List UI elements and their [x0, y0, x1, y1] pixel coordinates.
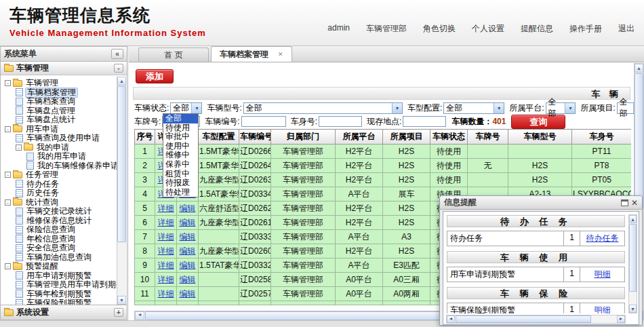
edit-link[interactable]: 编辑 — [180, 218, 196, 227]
tree-expander-icon[interactable]: - — [5, 263, 11, 269]
sidebar-item[interactable]: 用车申请到期预警 — [1, 271, 117, 281]
top-nav-link[interactable]: 操作手册 — [569, 23, 602, 35]
tree-expander-icon[interactable]: - — [5, 199, 11, 206]
tree-expander-icon[interactable]: - — [16, 145, 22, 151]
top-nav-link[interactable]: admin — [327, 23, 350, 35]
popup-title-bar[interactable]: 信息提醒 ✕ — [440, 196, 642, 210]
popup-row-link[interactable]: 明细 — [595, 305, 611, 313]
scroll-up-icon[interactable]: ▲ — [629, 215, 637, 223]
edit-link[interactable]: 编辑 — [180, 275, 196, 284]
tree-expander-icon[interactable]: - — [5, 80, 11, 86]
scrollbar-thumb[interactable] — [629, 224, 637, 292]
cell-row-number: 4 — [135, 187, 155, 201]
top-nav-link[interactable]: 角色切换 — [423, 23, 456, 35]
filter-select-vehicle-model[interactable]: 全部▼ — [243, 102, 403, 114]
detail-link[interactable]: 详细 — [158, 261, 174, 270]
edit-link[interactable]: 编辑 — [180, 232, 196, 242]
filter-select-vehicle-status[interactable]: 全部▼ — [170, 102, 202, 114]
sidebar-item[interactable]: 我的用车申请 — [1, 152, 117, 161]
sidebar-item[interactable]: 车辆年检到期预警 — [1, 290, 117, 299]
detail-link[interactable]: 详细 — [158, 232, 174, 242]
status-option[interactable]: 维修中 — [163, 151, 198, 160]
sidebar-panel-system-settings[interactable]: 系统设置 + — [1, 305, 127, 320]
panel-collapse-button[interactable]: - — [114, 64, 123, 73]
sidebar-item[interactable]: 车辆加油信息查询 — [1, 253, 117, 263]
sidebar-item[interactable]: -预警提醒 — [1, 262, 117, 271]
filter-input-body-no[interactable] — [319, 116, 362, 127]
sidebar-item[interactable]: 车辆盘点统计 — [1, 115, 117, 125]
tab-home[interactable]: 首 页 — [138, 47, 209, 62]
tree-expander-icon[interactable]: - — [5, 126, 11, 132]
sidebar-item[interactable]: 车辆查询及使用申请 — [1, 134, 117, 143]
sidebar-item[interactable]: 车辆盘点管理 — [1, 107, 117, 116]
status-option[interactable]: 待报废 — [163, 178, 198, 188]
scrollbar-thumb[interactable] — [635, 73, 643, 209]
detail-link[interactable]: 详细 — [158, 289, 174, 299]
detail-link[interactable]: 详细 — [158, 246, 174, 256]
edit-link[interactable]: 编辑 — [180, 204, 196, 213]
sidebar-item[interactable]: 年检信息查询 — [1, 235, 117, 244]
detail-link[interactable]: 详细 — [158, 204, 174, 213]
panel-expand-button[interactable]: + — [114, 308, 123, 317]
document-icon — [16, 271, 23, 280]
sidebar-item[interactable]: 保险信息查询 — [1, 225, 117, 235]
popup-row-link[interactable]: 明细 — [595, 269, 611, 279]
scroll-right-icon[interactable]: ► — [617, 315, 625, 323]
sidebar-collapse-button[interactable]: « — [111, 49, 123, 59]
edit-link[interactable]: 编辑 — [180, 246, 196, 256]
sidebar-item[interactable]: 车辆档案管理 — [1, 88, 117, 98]
status-option[interactable]: 使用中 — [163, 142, 198, 151]
scroll-left-icon[interactable]: ◄ — [447, 315, 455, 323]
popup-horizontal-scrollbar[interactable]: ◄ ► — [446, 315, 626, 324]
sidebar-item[interactable]: -车辆管理 — [1, 79, 117, 88]
status-option[interactable]: 审批中 — [163, 132, 198, 142]
popup-row-link[interactable]: 待办任务 — [586, 233, 619, 243]
sidebar-item[interactable]: 安全信息查询 — [1, 244, 117, 253]
status-option[interactable]: 全部 — [163, 114, 198, 123]
popup-vertical-scrollbar[interactable]: ▲ ▼ — [628, 214, 637, 313]
sidebar-item[interactable]: -任务管理 — [1, 170, 117, 180]
status-option[interactable]: 待使用 — [163, 123, 198, 133]
top-nav-link[interactable]: 个人设置 — [472, 23, 504, 35]
scroll-down-icon[interactable]: ▼ — [117, 296, 126, 305]
scroll-up-icon[interactable]: ▲ — [117, 77, 126, 85]
filter-select-model-config[interactable]: 全部▼ — [443, 102, 504, 114]
sidebar-item[interactable]: -统计查询 — [1, 198, 117, 208]
tab-vehicle-archive[interactable]: 车辆档案管理✕ — [211, 46, 292, 62]
edit-link[interactable]: 编辑 — [180, 261, 196, 270]
tab-close-icon[interactable]: ✕ — [278, 52, 283, 58]
sidebar-item[interactable]: 历史任务 — [1, 189, 117, 198]
scrollbar-thumb[interactable] — [117, 86, 126, 242]
sidebar-scrollbar[interactable]: ▲ ▼ — [117, 77, 126, 305]
detail-link[interactable]: 详细 — [158, 218, 174, 227]
sidebar-item[interactable]: 车辆管理员用车申请到期提醒 — [1, 280, 117, 290]
sidebar-item[interactable]: 维修保养信息统计 — [1, 216, 117, 226]
status-option[interactable]: 待处理 — [163, 188, 198, 197]
scrollbar-thumb[interactable] — [456, 315, 591, 323]
top-nav-link[interactable]: 车辆管理部 — [366, 23, 407, 35]
filter-select-platform[interactable]: 全部▼ — [546, 102, 576, 114]
sidebar-item[interactable]: -我的申请 — [1, 143, 117, 153]
popup-close-icon[interactable]: ✕ — [631, 199, 638, 206]
tree-expander-icon[interactable]: - — [5, 172, 11, 178]
status-option[interactable]: 保养中 — [163, 160, 198, 170]
sidebar-panel-vehicle-mgmt[interactable]: 车辆管理 - — [1, 62, 127, 75]
sidebar-item[interactable]: -用车申请 — [1, 125, 117, 134]
filter-input-current-location[interactable] — [403, 116, 446, 127]
edit-link[interactable]: 编辑 — [180, 289, 196, 299]
sidebar-item[interactable]: 我的车辆维修保养申请 — [1, 161, 117, 171]
scroll-down-icon[interactable]: ▼ — [629, 305, 637, 313]
add-button[interactable]: 添加 — [136, 69, 174, 83]
scroll-up-icon[interactable]: ▲ — [635, 64, 643, 73]
sidebar-item[interactable]: 车辆交接记录统计 — [1, 207, 117, 216]
sidebar-item[interactable]: 待办任务 — [1, 180, 117, 189]
status-option[interactable]: 租赁中 — [163, 170, 198, 179]
sidebar-item[interactable]: 车辆档案查询 — [1, 97, 117, 107]
filter-input-vehicle-code[interactable] — [241, 116, 286, 127]
popup-maximize-icon[interactable] — [621, 199, 628, 206]
detail-link[interactable]: 详细 — [158, 275, 174, 284]
sidebar-item[interactable]: 车辆保险到期预警 — [1, 299, 117, 305]
top-nav-link[interactable]: 退出 — [618, 23, 635, 35]
scroll-left-icon[interactable]: ◄ — [135, 311, 144, 320]
top-nav-link[interactable]: 提醒信息 — [521, 23, 553, 35]
